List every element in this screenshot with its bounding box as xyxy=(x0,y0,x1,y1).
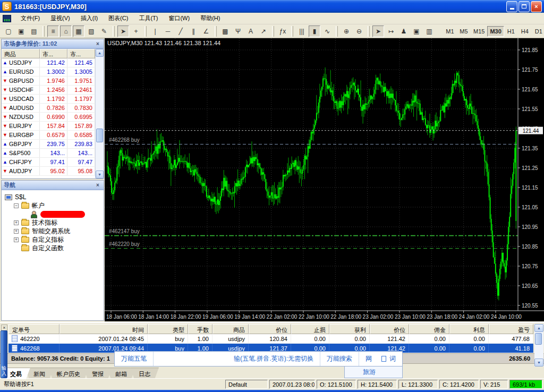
chart-window-icon[interactable] xyxy=(3,15,11,22)
crosshair-button[interactable]: + xyxy=(130,25,142,37)
text-label-button[interactable]: A xyxy=(245,25,257,37)
scroll-up-icon[interactable]: ▲ xyxy=(96,49,104,57)
market-watch-row-EURGBP[interactable]: ▼EURGBP0.65790.6585 xyxy=(2,131,104,140)
line-chart-button[interactable]: ∿ xyxy=(321,25,333,37)
channel-button[interactable]: ∥ xyxy=(188,25,199,37)
horizontal-line-button[interactable]: ─ xyxy=(162,25,174,37)
styler-button[interactable]: ✎ xyxy=(98,25,110,37)
menu-item-1[interactable]: 显视(V) xyxy=(45,13,75,24)
chart-properties-button[interactable]: ▧ xyxy=(86,25,97,37)
auto-scroll-button[interactable]: ➤ xyxy=(372,25,384,37)
menu-item-5[interactable]: 窗口(W) xyxy=(163,13,195,24)
navigator-item-技术指标[interactable]: +技术指标 xyxy=(2,218,104,227)
chart-shift-button[interactable]: ↦ xyxy=(385,25,397,37)
market-watch-close-icon[interactable]: × xyxy=(94,40,101,48)
zoom-in-button[interactable]: ⊕ xyxy=(341,25,352,37)
navigator-item-自定义指标[interactable]: +自定义指标 xyxy=(2,235,104,244)
market-watch-row-USDCAD[interactable]: ▼USDCAD1.17921.1797 xyxy=(2,95,104,104)
trendline-button[interactable]: ╱ xyxy=(175,25,186,37)
zoom-out-button[interactable]: ⊖ xyxy=(353,25,365,37)
terminal-col-8[interactable]: 价位 xyxy=(370,324,409,334)
pitchfork-button[interactable]: Ψ xyxy=(232,25,244,37)
navigator-item-帐户[interactable]: −帐户 xyxy=(2,201,104,210)
vertical-line-button[interactable]: | xyxy=(149,25,161,37)
profiles-button[interactable]: ▥ xyxy=(423,25,435,37)
terminal-col-6[interactable]: 止损 xyxy=(291,324,329,334)
ime-engine-button[interactable]: 万能五笔 xyxy=(115,352,154,366)
expand-icon[interactable]: + xyxy=(14,220,19,225)
scroll-up-icon[interactable]: ▲ xyxy=(534,324,543,332)
market-watch-row-GBPJPY[interactable]: ▲GBPJPY239.75239.83 xyxy=(2,140,104,149)
navigator-item-智能交易系统[interactable]: +智能交易系统 xyxy=(2,227,104,235)
candlestick-chart-button[interactable]: ▮ xyxy=(309,25,320,37)
terminal-col-11[interactable]: 盈亏 xyxy=(489,324,533,334)
print-button[interactable]: ▤ xyxy=(28,25,40,37)
market-watch-col-2[interactable]: 市... xyxy=(67,49,95,58)
terminal-tab-日志[interactable]: 日志 xyxy=(130,368,159,379)
timeframe-d1[interactable]: D1 xyxy=(532,26,544,37)
market-watch-row-EURUSD[interactable]: ▲EURUSD1.30021.3005 xyxy=(2,67,104,76)
timeframe-m15[interactable]: M15 xyxy=(471,26,487,37)
scroll-down-icon[interactable]: ▼ xyxy=(534,359,543,367)
market-watch-col-0[interactable]: 商品 xyxy=(2,49,40,58)
market-watch-row-AUDJPY[interactable]: ▼AUDJPY95.0295.08 xyxy=(2,167,104,176)
restore-button[interactable] xyxy=(518,1,530,12)
minimize-button[interactable] xyxy=(506,1,517,12)
timeframe-m1[interactable]: M1 xyxy=(443,26,457,37)
ime-web-button[interactable]: 网 xyxy=(359,352,378,366)
expand-icon[interactable]: + xyxy=(14,237,19,242)
terminal-scrollbar[interactable]: ▲ ▼ xyxy=(534,324,543,367)
arrow-objects-button[interactable]: ↗ xyxy=(258,25,269,37)
navigator-close-icon[interactable]: × xyxy=(94,182,101,189)
timeframe-h1[interactable]: H1 xyxy=(504,26,518,37)
menu-item-6[interactable]: 帮助(H) xyxy=(195,13,225,24)
ime-search-button[interactable]: 万能搜索 xyxy=(320,352,359,366)
terminal-col-1[interactable]: 时间 xyxy=(60,324,148,334)
market-watch-row-CHFJPY[interactable]: ▲CHFJPY97.4197.47 xyxy=(2,158,104,167)
terminal-col-5[interactable]: 价位 xyxy=(249,324,291,334)
order-row-462220[interactable]: 4622202007.01.24 08:45buy1.00usdjpy120.8… xyxy=(8,334,533,344)
scroll-thumb[interactable] xyxy=(535,333,542,345)
timeframe-m5[interactable]: M5 xyxy=(457,26,471,37)
close-button[interactable]: × xyxy=(531,1,542,12)
market-watch-row-USDCHF[interactable]: ▼USDCHF1.24561.2461 xyxy=(2,86,104,95)
cursor-button[interactable]: ➤ xyxy=(117,25,129,37)
grid-button[interactable]: ▩ xyxy=(219,25,231,37)
menu-item-4[interactable]: 工具(T) xyxy=(133,13,163,24)
new-chart-button[interactable]: ▢ xyxy=(3,25,14,37)
market-watch-row-S&P500[interactable]: ▲S&P500143...143... xyxy=(2,149,104,158)
terminal-col-2[interactable]: 类型 xyxy=(148,324,188,334)
navigator-item-account[interactable] xyxy=(2,210,104,218)
terminal-col-4[interactable]: 商品 xyxy=(212,324,249,334)
market-watch-row-NZDUSD[interactable]: ▼NZDUSD0.69900.6995 xyxy=(2,113,104,122)
navigator-item-自定义函数[interactable]: 自定义函数 xyxy=(2,244,104,252)
menu-item-2[interactable]: 插入(I) xyxy=(75,13,103,24)
scroll-thumb[interactable] xyxy=(96,129,103,142)
terminal-col-10[interactable]: 利息 xyxy=(449,324,489,334)
terminal-col-3[interactable]: 手数 xyxy=(188,324,212,334)
ime-word-button[interactable]: 词 xyxy=(389,352,402,366)
timeframe-m30[interactable]: M30 xyxy=(487,26,504,37)
terminal-col-7[interactable]: 获利 xyxy=(329,324,370,334)
fibonacci-button[interactable]: ∠ xyxy=(200,25,212,37)
ime-doc-icon[interactable] xyxy=(381,356,386,362)
menu-item-3[interactable]: 图表(C) xyxy=(103,13,133,24)
scroll-down-icon[interactable]: ▼ xyxy=(96,171,104,178)
market-watch-row-EURJPY[interactable]: ▼EURJPY157.84157.89 xyxy=(2,122,104,131)
navigator-item-S$L[interactable]: S$L xyxy=(2,193,104,201)
timeframe-h4[interactable]: H4 xyxy=(518,26,532,37)
price-chart[interactable]: #462268 buy#462147 buy#462220 buy121.851… xyxy=(105,38,544,321)
menu-item-0[interactable]: 文件(F) xyxy=(15,13,45,24)
ime-vertical-handle[interactable]: 输入 xyxy=(1,330,7,378)
expert-advisors-button[interactable]: ♟ xyxy=(398,25,410,37)
terminal-col-0[interactable]: 定单号 xyxy=(8,324,60,334)
terminal-button[interactable]: ▦ xyxy=(73,25,84,37)
new-window-button[interactable]: ▣ xyxy=(411,25,422,37)
market-watch-col-1[interactable]: 市... xyxy=(40,49,67,58)
terminal-tab-帐户历史[interactable]: 帐户历史 xyxy=(48,368,89,379)
market-watch-scrollbar[interactable]: ▲ ▼ xyxy=(95,49,104,178)
market-watch-row-AUDUSD[interactable]: ▼AUDUSD0.78260.7830 xyxy=(2,104,104,113)
bar-chart-button[interactable]: ||| xyxy=(296,25,308,37)
market-watch-row-GBPUSD[interactable]: ▼GBPUSD1.97461.9751 xyxy=(2,76,104,86)
market-watch-button[interactable]: ≡ xyxy=(47,25,59,37)
